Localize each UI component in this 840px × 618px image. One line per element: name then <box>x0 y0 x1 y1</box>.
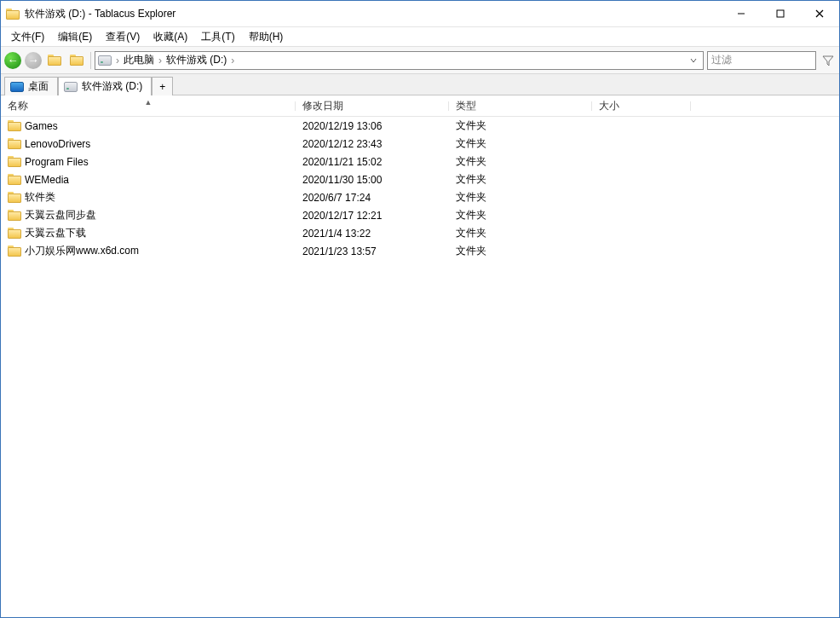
address-dropdown[interactable] <box>687 55 700 66</box>
breadcrumb[interactable]: 此电脑 <box>124 53 154 67</box>
column-type[interactable]: 类型 <box>449 99 592 113</box>
window-controls <box>722 1 839 26</box>
tab-desktop[interactable]: 桌面 <box>4 77 58 95</box>
plus-icon: + <box>159 81 165 93</box>
svg-marker-4 <box>823 56 833 66</box>
file-name: 软件类 <box>25 190 55 205</box>
table-row[interactable]: 软件类2020/6/7 17:24文件夹 <box>1 188 839 206</box>
file-name: LenovoDrivers <box>25 138 90 150</box>
tab-label: 软件游戏 (D:) <box>82 79 142 94</box>
table-row[interactable]: 小刀娱乐网www.x6d.com2021/1/23 13:57文件夹 <box>1 242 839 260</box>
file-name: 天翼云盘同步盘 <box>25 208 96 222</box>
file-list: ▲ 名称 修改日期 类型 大小 Games2020/12/19 13:06文件夹… <box>1 95 839 617</box>
toolbar-separator <box>90 52 91 69</box>
menu-tools[interactable]: 工具(T) <box>194 28 241 46</box>
file-modified: 2020/12/19 13:06 <box>296 120 449 132</box>
minimize-button[interactable] <box>722 1 761 26</box>
chevron-down-icon <box>690 57 697 64</box>
folder-icon <box>8 245 21 257</box>
close-icon <box>815 9 824 18</box>
folder-icon <box>8 174 21 185</box>
file-modified: 2021/1/4 13:22 <box>296 228 449 240</box>
file-modified: 2020/12/12 23:43 <box>296 138 449 150</box>
file-rows: Games2020/12/19 13:06文件夹LenovoDrivers202… <box>1 117 839 260</box>
file-modified: 2020/11/30 15:00 <box>296 174 449 186</box>
filter-placeholder: 过滤 <box>711 53 732 67</box>
file-type: 文件夹 <box>449 208 592 222</box>
folder-icon <box>8 120 21 131</box>
maximize-icon <box>776 9 785 18</box>
new-tab-button[interactable]: + <box>152 77 173 95</box>
table-row[interactable]: Program Files2020/11/21 15:02文件夹 <box>1 153 839 170</box>
drive-icon <box>64 82 78 92</box>
tab-drive-d[interactable]: 软件游戏 (D:) <box>58 77 152 95</box>
titlebar: 软件游戏 (D:) - Tablacus Explorer <box>1 1 839 27</box>
app-icon <box>6 9 20 20</box>
menu-help[interactable]: 帮助(H) <box>242 28 291 46</box>
up-button[interactable] <box>44 51 65 70</box>
breadcrumb-sep: › <box>157 55 164 66</box>
table-row[interactable]: 天翼云盘同步盘2020/12/17 12:21文件夹 <box>1 206 839 224</box>
window-title: 软件游戏 (D:) - Tablacus Explorer <box>25 7 175 21</box>
file-type: 文件夹 <box>449 226 592 240</box>
close-button[interactable] <box>800 1 839 26</box>
file-modified: 2020/11/21 15:02 <box>296 156 449 168</box>
column-headers: ▲ 名称 修改日期 类型 大小 <box>1 95 839 117</box>
column-name[interactable]: ▲ 名称 <box>1 99 296 113</box>
funnel-icon <box>822 55 834 66</box>
file-modified: 2020/6/7 17:24 <box>296 192 449 204</box>
tab-strip: 桌面 软件游戏 (D:) + <box>1 74 839 95</box>
file-type: 文件夹 <box>449 136 592 151</box>
column-modified[interactable]: 修改日期 <box>296 99 449 113</box>
up-folder-icon <box>48 55 61 66</box>
folders-icon <box>70 55 83 66</box>
table-row[interactable]: WEMedia2020/11/30 15:00文件夹 <box>1 170 839 188</box>
filter-button[interactable] <box>820 51 837 70</box>
file-type: 文件夹 <box>449 244 592 258</box>
maximize-button[interactable] <box>761 1 800 26</box>
file-name: 小刀娱乐网www.x6d.com <box>25 244 139 258</box>
breadcrumb-sep: › <box>229 55 236 66</box>
minimize-icon <box>737 9 745 18</box>
folder-icon <box>8 210 21 221</box>
breadcrumb[interactable]: 软件游戏 (D:) <box>166 53 227 67</box>
folder-icon <box>8 156 21 167</box>
table-row[interactable]: 天翼云盘下载2021/1/4 13:22文件夹 <box>1 224 839 242</box>
back-button[interactable]: ← <box>3 51 22 70</box>
menubar: 文件(F) 编辑(E) 查看(V) 收藏(A) 工具(T) 帮助(H) <box>1 27 839 47</box>
tab-label: 桌面 <box>28 79 49 94</box>
sort-indicator: ▲ <box>145 98 152 107</box>
toolbar: ← → › 此电脑 › 软件游戏 (D:) › 过滤 <box>1 47 839 74</box>
folder-icon <box>8 138 21 149</box>
address-bar[interactable]: › 此电脑 › 软件游戏 (D:) › <box>95 51 704 70</box>
breadcrumb-sep: › <box>114 55 121 66</box>
file-type: 文件夹 <box>449 154 592 169</box>
file-modified: 2021/1/23 13:57 <box>296 245 449 257</box>
svg-rect-1 <box>777 10 784 17</box>
forward-button[interactable]: → <box>24 51 43 70</box>
file-type: 文件夹 <box>449 118 592 133</box>
file-name: Program Files <box>25 156 89 168</box>
folder-icon <box>8 228 21 239</box>
menu-fav[interactable]: 收藏(A) <box>147 28 194 46</box>
file-name: Games <box>25 120 58 132</box>
file-name: 天翼云盘下载 <box>25 226 86 240</box>
desktop-icon <box>10 82 24 92</box>
file-name: WEMedia <box>25 174 69 186</box>
menu-view[interactable]: 查看(V) <box>99 28 147 46</box>
filter-input[interactable]: 过滤 <box>707 51 816 70</box>
column-size[interactable]: 大小 <box>592 99 691 113</box>
file-type: 文件夹 <box>449 172 592 187</box>
folder-icon <box>8 192 21 203</box>
table-row[interactable]: LenovoDrivers2020/12/12 23:43文件夹 <box>1 135 839 153</box>
menu-file[interactable]: 文件(F) <box>4 28 51 46</box>
table-row[interactable]: Games2020/12/19 13:06文件夹 <box>1 117 839 135</box>
folders-pane-button[interactable] <box>66 51 87 70</box>
back-icon: ← <box>4 52 21 69</box>
menu-edit[interactable]: 编辑(E) <box>51 28 99 46</box>
file-modified: 2020/12/17 12:21 <box>296 210 449 222</box>
forward-icon: → <box>25 52 42 69</box>
app-window: 软件游戏 (D:) - Tablacus Explorer 文件(F) 编辑(E… <box>0 0 840 618</box>
drive-icon <box>98 55 112 66</box>
file-type: 文件夹 <box>449 190 592 205</box>
